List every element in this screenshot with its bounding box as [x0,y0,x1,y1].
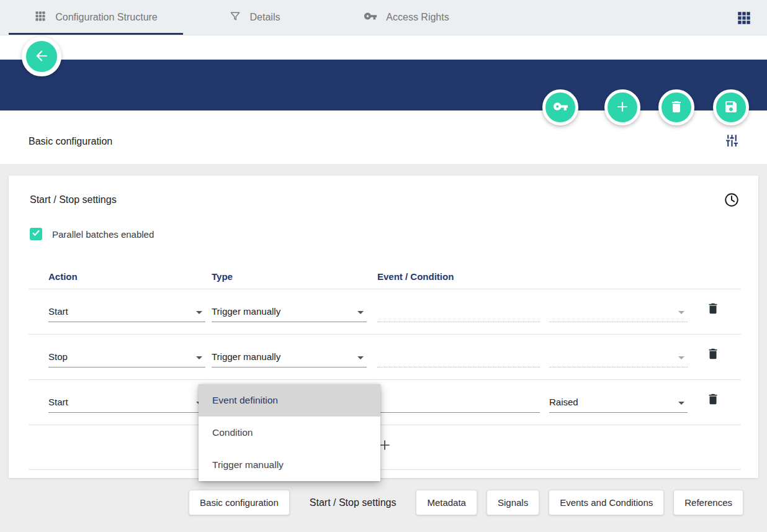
table-row: Stop Trigger manually [29,335,741,380]
parallel-batches-checkbox[interactable] [30,228,42,240]
top-tab-bar: Configuration Structure Details Access R… [0,0,767,35]
apps-grid-icon[interactable] [736,10,752,26]
clock-icon[interactable] [724,192,740,210]
delete-icon [706,392,720,408]
action-value: Start [48,306,68,317]
access-rights-fab[interactable] [542,89,578,125]
event-condition-select[interactable] [377,393,540,413]
delete-icon [706,302,720,317]
back-button[interactable] [22,37,61,76]
section-toolbar: Basic configuration Start / Stop setting… [0,478,767,532]
toolbar-button-start-stop-settings[interactable]: Start / Stop settings [299,490,407,515]
add-row-area [29,425,741,470]
type-value: Trigger manually [212,351,280,362]
chevron-down-icon [678,311,684,314]
state-select[interactable] [549,348,688,367]
key-icon [553,99,568,116]
check-icon [31,228,41,240]
toolbar-button-references[interactable]: References [673,490,743,515]
chevron-down-icon [357,356,364,359]
column-header-action: Action [48,271,78,282]
save-icon [724,99,738,116]
chevron-down-icon [196,356,202,359]
delete-fab[interactable] [658,89,694,125]
type-select[interactable]: Trigger manually [212,302,367,322]
event-condition-select[interactable] [377,348,540,367]
event-condition-select[interactable] [377,302,540,322]
chevron-down-icon [678,356,684,359]
type-select[interactable]: Trigger manually [212,348,367,367]
add-icon [614,99,630,117]
basic-configuration-bar: Basic configuration [0,110,767,164]
state-value: Raised [549,397,578,407]
menu-item-trigger-manually[interactable]: Trigger manually [199,449,380,481]
delete-icon [669,99,684,116]
chevron-down-icon [196,311,202,314]
action-select[interactable]: Stop [48,348,205,367]
toolbar-button-basic-configuration[interactable]: Basic configuration [189,490,290,515]
tab-label: Configuration Structure [55,12,158,23]
arrow-left-icon [34,48,50,66]
delete-row-button[interactable] [704,299,722,320]
state-select[interactable] [549,302,688,322]
tab-label: Details [250,12,280,23]
tab-details[interactable]: Details [183,0,326,35]
key-icon [364,9,377,25]
toolbar-button-signals[interactable]: Signals [487,490,539,515]
action-value: Stop [48,351,68,362]
column-header-event-condition: Event / Condition [377,271,454,282]
action-select[interactable]: Start [48,302,205,322]
action-select[interactable]: Start [48,393,205,413]
header-band: Condition Monitoring - Chargendefinition… [0,60,767,110]
white-strip [0,35,767,60]
menu-item-condition[interactable]: Condition [199,417,380,449]
add-fab[interactable] [604,89,640,125]
table-header: Action Type Event / Condition [29,269,741,289]
delete-row-button[interactable] [704,344,722,365]
filter-icon [229,10,241,25]
basic-configuration-label: Basic configuration [29,127,112,147]
delete-icon [706,347,720,363]
column-header-type: Type [212,271,233,282]
tab-label: Access Rights [386,12,449,23]
state-select[interactable]: Raised [549,393,688,413]
type-value: Trigger manually [212,306,280,317]
grid-icon [34,10,47,25]
section-title: Start / Stop settings [30,194,117,205]
toolbar-button-metadata[interactable]: Metadata [416,490,477,515]
start-stop-settings-card: Start / Stop settings Parallel batches e… [9,176,758,478]
table-row: Start Raised [29,380,741,425]
save-fab[interactable] [713,89,749,125]
menu-item-event-definition[interactable]: Event definition [199,384,380,417]
checkbox-label: Parallel batches enabled [52,229,154,240]
toolbar-button-events-and-conditions[interactable]: Events and Conditions [549,490,664,515]
table-row: Start Trigger manually [29,289,741,335]
tab-access-rights[interactable]: Access Rights [326,0,487,35]
action-value: Start [48,397,68,407]
tab-configuration-structure[interactable]: Configuration Structure [9,0,183,35]
chevron-down-icon [678,402,684,405]
tune-icon[interactable] [724,124,740,151]
type-dropdown-menu: Event definition Condition Trigger manua… [199,384,380,481]
delete-row-button[interactable] [704,389,722,410]
chevron-down-icon [357,311,364,314]
page: Configuration Structure Details Access R… [0,0,767,532]
parallel-batches-row: Parallel batches enabled [30,228,154,240]
